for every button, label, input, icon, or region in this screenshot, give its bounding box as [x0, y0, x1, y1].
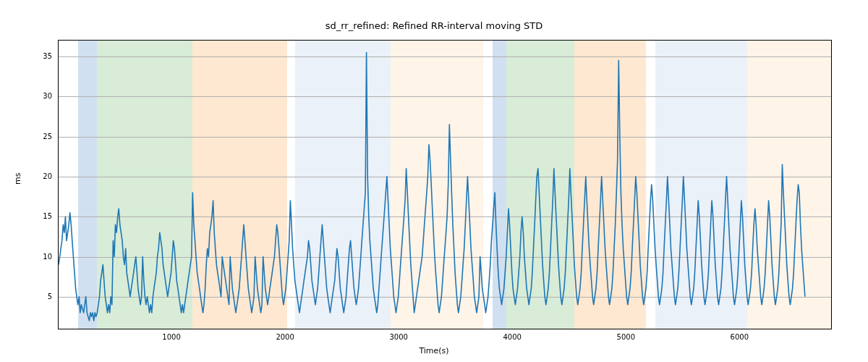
- x-axis-label: Time(s): [0, 346, 868, 355]
- chart-title: sd_rr_refined: Refined RR-interval movin…: [0, 20, 868, 31]
- y-tick: 25: [23, 132, 52, 140]
- x-tick: 5000: [617, 333, 635, 341]
- y-tick: 35: [23, 52, 52, 60]
- y-tick: 5: [23, 292, 52, 300]
- x-tick: 3000: [389, 333, 407, 341]
- y-axis-label: ms: [13, 173, 22, 185]
- y-tick: 20: [23, 172, 52, 180]
- x-tick: 1000: [162, 333, 180, 341]
- x-tick: 2000: [276, 333, 294, 341]
- y-tick: 30: [23, 92, 52, 100]
- figure: sd_rr_refined: Refined RR-interval movin…: [0, 0, 868, 362]
- line-series: [59, 41, 831, 329]
- x-tick: 6000: [731, 333, 749, 341]
- y-tick: 15: [23, 212, 52, 220]
- y-tick: 10: [23, 252, 52, 260]
- axes: [58, 40, 832, 329]
- x-tick: 4000: [503, 333, 522, 341]
